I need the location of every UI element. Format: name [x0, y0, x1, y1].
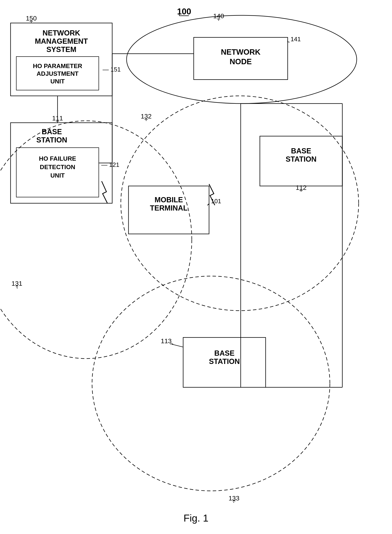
- bs3-label-line2: STATION: [209, 358, 240, 366]
- ho-failure-label-line3: UNIT: [51, 172, 65, 179]
- ho-failure-label-line1: HO FAILURE: [39, 155, 76, 162]
- nms-label-line2: MANAGEMENT: [35, 37, 88, 45]
- bs1-label-line2: STATION: [36, 136, 67, 144]
- nms-label-line1: NETWORK: [42, 29, 80, 37]
- label-112: 112: [296, 184, 307, 191]
- label-151: — 151: [103, 66, 121, 73]
- bs3-label-line1: BASE: [214, 349, 234, 357]
- network-node-label-line2: NODE: [229, 57, 252, 66]
- mt-label-line1: MOBILE: [154, 196, 183, 204]
- label-132: 132: [141, 112, 152, 120]
- figure-label: Fig. 1: [183, 512, 209, 524]
- label-113: 113: [161, 337, 172, 344]
- label-150: 150: [26, 14, 37, 22]
- bs1-label-line1: BASE: [42, 128, 62, 136]
- ho-param-label-line3: UNIT: [51, 78, 65, 85]
- ho-param-label-line1: HO PARAMETER: [33, 62, 82, 70]
- mt-label-line2: TERMINAL: [150, 204, 187, 212]
- ho-param-label-line2: ADJUSTMENT: [37, 70, 79, 77]
- bs2-label-line1: BASE: [291, 147, 311, 155]
- bs2-label-line2: STATION: [285, 155, 317, 163]
- nms-label-line3: SYSTEM: [47, 46, 76, 54]
- diagram-container: 100 NETWORK MANAGEMENT SYSTEM HO PARAMET…: [0, 0, 392, 534]
- label-121: — 121: [101, 161, 119, 168]
- label-141: 141: [290, 36, 301, 42]
- label-140: 140: [213, 12, 224, 19]
- ho-failure-label-line2: DETECTION: [40, 163, 75, 171]
- network-node-label-line1: NETWORK: [221, 48, 261, 56]
